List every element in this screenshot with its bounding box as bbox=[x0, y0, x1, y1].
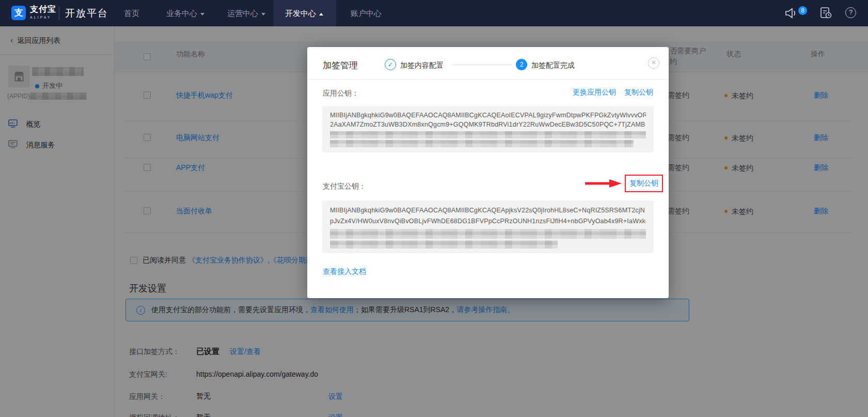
top-navbar: 支 支付宝 ALIPAY 开放平台 首页 业务中心 运营中心 开发中心 账户中心… bbox=[0, 0, 868, 26]
step-connector bbox=[453, 65, 512, 65]
key-text-line: MIIBIjANBgkqhkiG9w0BAQEFAAOCAQ8AMIIBCgKC… bbox=[330, 111, 646, 120]
key-redacted-line bbox=[330, 131, 646, 138]
app-key-actions: 更换应用公钥 复制公钥 bbox=[573, 88, 653, 97]
key-text-line: 2AaXAM7ZmoZT3uWB3DXm8xnQgcm9+GQQMK9TRbdR… bbox=[330, 120, 646, 129]
copy-app-key-link[interactable]: 复制公钥 bbox=[624, 88, 653, 97]
copy-alipay-key-link[interactable]: 复制公钥 bbox=[629, 179, 658, 188]
dialog-title: 加签管理 bbox=[323, 59, 358, 71]
key-redacted-line bbox=[330, 140, 634, 147]
red-arrow-icon bbox=[584, 178, 623, 189]
caret-up-icon bbox=[319, 13, 323, 16]
key-redacted-line bbox=[330, 240, 558, 249]
announcement-icon[interactable] bbox=[785, 8, 798, 19]
nav-item-home[interactable]: 首页 bbox=[124, 0, 139, 26]
nav-item-account[interactable]: 账户中心 bbox=[351, 0, 382, 26]
notification-badge: 8 bbox=[798, 6, 807, 15]
key-text-line: MIIBIjANBgkqhkiG9w0BAQEFAAOCAQ8AMIIBCgKC… bbox=[330, 205, 646, 216]
app-public-key-label: 应用公钥： bbox=[323, 89, 359, 98]
nav-item-developer[interactable]: 开发中心 bbox=[285, 0, 323, 26]
close-icon[interactable]: ✕ bbox=[648, 57, 659, 69]
alipay-brand: 支付宝 ALIPAY bbox=[30, 4, 56, 19]
step2-number: 2 bbox=[516, 59, 527, 70]
brand-sub: ALIPAY bbox=[30, 16, 56, 19]
step2-label: 加签配置完成 bbox=[531, 61, 575, 70]
step1-label: 加签内容配置 bbox=[400, 61, 444, 70]
app-public-key-box: MIIBIjANBgkqhkiG9w0BAQEFAAOCAQ8AMIIBCgKC… bbox=[322, 106, 654, 152]
alipay-public-key-box: MIIBIjANBgkqhkiG9w0BAQEFAAOCAQ8AMIIBCgKC… bbox=[322, 200, 654, 253]
help-icon[interactable]: ? bbox=[845, 7, 856, 18]
key-text-line: pJvZx4V/HW0uxV8nvQiBvOBLjvFWhDE68DG1BFVP… bbox=[330, 216, 646, 227]
logo-divider bbox=[59, 7, 59, 20]
step1-check-icon: ✓ bbox=[385, 59, 396, 70]
replace-app-key-link[interactable]: 更换应用公钥 bbox=[573, 88, 616, 97]
modal-header-divider bbox=[307, 79, 669, 80]
nav-item-business[interactable]: 业务中心 bbox=[166, 0, 204, 26]
signature-management-dialog: 加签管理 ✓ 加签内容配置 2 加签配置完成 ✕ 应用公钥： 更换应用公钥 复制… bbox=[307, 47, 669, 298]
platform-title: 开放平台 bbox=[65, 7, 108, 20]
brand-name: 支付宝 bbox=[30, 4, 56, 15]
view-integration-doc-link[interactable]: 查看接入文档 bbox=[323, 267, 366, 276]
copy-key-highlight-box: 复制公钥 bbox=[625, 175, 663, 192]
document-history-icon[interactable] bbox=[820, 7, 832, 20]
key-redacted-line bbox=[330, 229, 646, 239]
alipay-logo-icon: 支 bbox=[11, 6, 26, 20]
alipay-public-key-label: 支付宝公钥： bbox=[323, 182, 366, 191]
nav-item-operation[interactable]: 运营中心 bbox=[227, 0, 265, 26]
caret-down-icon bbox=[200, 13, 204, 16]
caret-down-icon bbox=[261, 13, 265, 16]
